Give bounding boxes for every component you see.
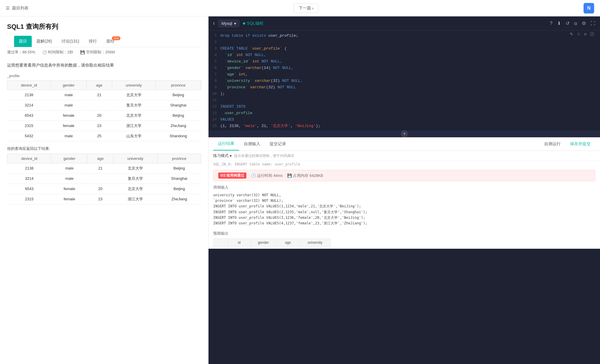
- tab-submit-record[interactable]: 提交记录: [265, 138, 291, 150]
- new-badge: new: [112, 36, 120, 40]
- lang-badge: SQL编程: [243, 21, 263, 26]
- code-line: 10);: [209, 91, 600, 97]
- col-gender: gender: [51, 80, 87, 90]
- next-button[interactable]: 下一题 ›: [294, 4, 319, 13]
- chevron-down-icon: ▾: [401, 130, 408, 137]
- code-line: 1drop table if exists user_profile;: [209, 33, 600, 39]
- case-input-section: 用例输入 university varchar(32) NOT NULL, `p…: [213, 184, 595, 226]
- download-icon[interactable]: ⬇: [557, 21, 561, 26]
- toolbar-info-icon: ℹ: [213, 21, 215, 26]
- pass-rate: 通过率：88.55%: [7, 50, 35, 55]
- bottom-right-tabs: 自测运行 保存并提交: [540, 138, 595, 150]
- space-limit: 💾 空间限制：256M: [80, 50, 115, 55]
- problem-meta: 通过率：88.55% 🕐 时间限制：1秒 💾 空间限制：256M: [0, 47, 208, 57]
- tab-discuss[interactable]: 讨论(131): [57, 36, 84, 47]
- table-row: 6543female20北京大学Beijing: [7, 110, 201, 121]
- expected-table: device_id gender age university province…: [7, 154, 201, 204]
- left-panel: SQL1 查询所有列 ✎ ☆ ⎋ ⓘ 题目 题解(26) 讨论(131): [0, 16, 209, 364]
- bottom-panel: 运行结果 自测输入 提交记录 自测运行 保存并提交: [209, 137, 600, 249]
- top-bar-center: 下一题 ›: [294, 4, 319, 13]
- col-age: age: [87, 80, 112, 90]
- time-limit: 🕐 时间限制：1秒: [42, 50, 73, 55]
- table-label: _profile: [7, 74, 201, 78]
- logo: N: [584, 3, 594, 13]
- table-row: 5432male25山东大学Shandong: [7, 131, 201, 141]
- db-selector[interactable]: Mysql ▾: [218, 20, 239, 27]
- expected-label: 你的查询应返回以下结果:: [7, 146, 201, 151]
- problem-description: 运营想要查看用户信息表中所有的数据，请你取出相应结果: [7, 62, 201, 69]
- expected-output-section: 预期输出 id gender age university: [213, 230, 595, 249]
- menu-icon: ☰: [6, 6, 10, 11]
- lang-label: SQL编程: [247, 21, 263, 26]
- chevron-down-icon: ▾: [234, 21, 236, 26]
- code-line: 15(1, 2138, 'male', 21, '北京大学', 'BeiJing…: [209, 123, 600, 130]
- tab-solutions[interactable]: 题解(26): [32, 36, 57, 47]
- main-container: SQL1 查询所有列 ✎ ☆ ⎋ ⓘ 题目 题解(26) 讨论(131): [0, 16, 600, 364]
- code-line: 6 `gender` varchar(14) NOT NULL,: [209, 65, 600, 72]
- table-row: 2138male21北京大学Beijing: [7, 90, 201, 100]
- expand-icon[interactable]: ⛶: [591, 21, 595, 26]
- table-row: 3214male复旦大学Shanghai: [7, 173, 201, 184]
- problem-content: 运营想要查看用户信息表中所有的数据，请你取出相应结果 _profile devi…: [0, 57, 208, 364]
- question-icon[interactable]: ?: [550, 21, 552, 26]
- run-time: 🕐 运行时间 44ms: [251, 173, 283, 178]
- expected-output-table: id gender age university 11234male21北京大学…: [213, 238, 595, 249]
- table-row: 2315female23浙江大学ZheJiang: [7, 121, 201, 131]
- refresh-icon[interactable]: ↺: [566, 21, 569, 26]
- result-table-row: 11234male21北京大学: [214, 247, 331, 249]
- case-input-value: university varchar(32) NOT NULL, `provin…: [213, 192, 595, 226]
- result-error-bar: 0/2 组用例通过 🕐 运行时间 44ms 💾 占用内存 6428KB: [213, 170, 595, 181]
- top-bar-right: N: [584, 3, 594, 13]
- practice-mode-hint: 提示未通过的测试用例，便于代码调试: [234, 153, 294, 158]
- error-badge: 0/2 组用例通过: [218, 172, 246, 179]
- tab-problem[interactable]: 题目: [14, 36, 32, 47]
- code-editor[interactable]: 1drop table if exists user_profile;23CRE…: [209, 31, 600, 130]
- self-test-button[interactable]: 自测运行: [540, 138, 565, 150]
- editor-toolbar: ℹ Mysql ▾ SQL编程 ? ⬇ ↺ ⧈ ⚙ ⛶: [209, 16, 600, 31]
- tab-run-result[interactable]: 运行结果: [213, 138, 239, 150]
- top-bar: ☰ 题目列表 下一题 › N: [0, 0, 600, 16]
- code-line: 4 `id` int NOT NULL,: [209, 52, 600, 59]
- table-row: 2138male21北京大学Beijing: [7, 163, 201, 173]
- menu-label: 题目列表: [12, 6, 28, 11]
- code-line: 9 `province` varchar(32) NOT NULL: [209, 84, 600, 91]
- toolbar-icons: ? ⬇ ↺ ⧈ ⚙ ⛶: [550, 21, 595, 26]
- sql-error-text: SQL_IN_0: INSERT table name: user_profil…: [209, 161, 600, 167]
- col-university: university: [112, 80, 155, 90]
- tab-rank[interactable]: 排行: [84, 36, 102, 47]
- editor-expand-handle[interactable]: ▾: [209, 130, 600, 137]
- page-title: SQL1 查询所有列: [7, 22, 201, 31]
- problem-header: SQL1 查询所有列 ✎ ☆ ⎋ ⓘ 题目 题解(26) 讨论(131): [0, 16, 208, 47]
- menu-button[interactable]: ☰ 题目列表: [6, 6, 28, 11]
- table-row: 2315female23浙江大学ZheJiang: [7, 194, 201, 204]
- code-line: 7 `age` int,: [209, 72, 600, 78]
- db-label: Mysql: [221, 21, 232, 26]
- bottom-tabs: 运行结果 自测输入 提交记录 自测运行 保存并提交: [209, 138, 600, 151]
- error-meta: 🕐 运行时间 44ms 💾 占用内存 6428KB: [251, 173, 323, 178]
- col-province: province: [156, 80, 201, 90]
- data-table: device_id gender age university province…: [7, 80, 201, 141]
- memory-usage: 💾 占用内存 6428KB: [287, 173, 323, 178]
- code-line: 14VALUES: [209, 117, 600, 123]
- code-line: 5 `device_id` int NOT NULL,: [209, 59, 600, 65]
- result-content: 用例输入 university varchar(32) NOT NULL, `p…: [209, 184, 600, 249]
- code-line: 2: [209, 39, 600, 46]
- tab-interview[interactable]: 面经 new: [102, 36, 119, 47]
- code-line: 12INSERT INTO: [209, 104, 600, 110]
- code-line: 11: [209, 97, 600, 104]
- filter-icon[interactable]: ⧈: [574, 21, 577, 26]
- code-line: 13 user_profile: [209, 110, 600, 117]
- col-device_id: device_id: [7, 80, 51, 90]
- code-line: 3CREATE TABLE `user_profile` (: [209, 46, 600, 52]
- practice-mode-toggle[interactable]: 练习模式 ▾: [213, 153, 232, 158]
- settings-icon[interactable]: ⚙: [582, 21, 586, 26]
- save-submit-button[interactable]: 保存并提交: [565, 138, 595, 150]
- table-row: 3214male复旦大学Shanghai: [7, 100, 201, 110]
- practice-mode-bar: 练习模式 ▾ 提示未通过的测试用例，便于代码调试: [209, 151, 600, 161]
- tab-test-input[interactable]: 自测输入: [239, 138, 265, 150]
- right-panel: ℹ Mysql ▾ SQL编程 ? ⬇ ↺ ⧈ ⚙ ⛶ 1drop table …: [209, 16, 600, 364]
- expected-output-label: 预期输出: [213, 230, 595, 237]
- active-dot: [243, 22, 245, 25]
- problem-tabs: 题目 题解(26) 讨论(131) 排行 面经 new: [7, 36, 201, 47]
- table-row: 6543female20北京大学Beijing: [7, 184, 201, 194]
